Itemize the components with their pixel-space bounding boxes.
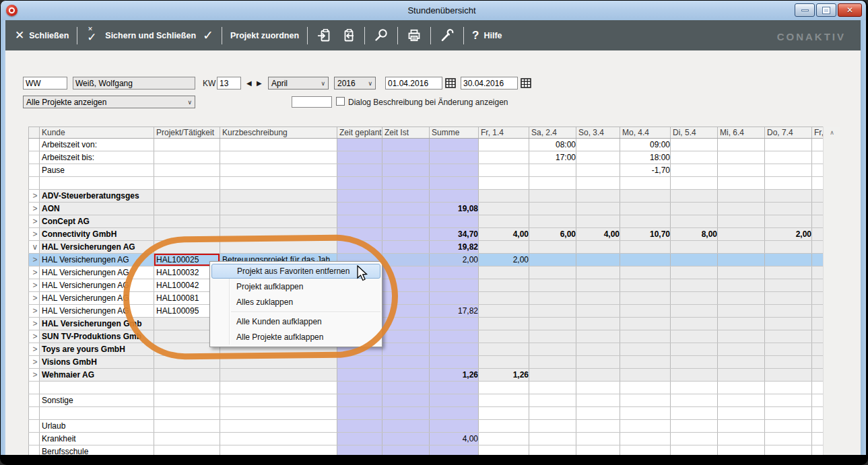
cell-kunde[interactable]: Wehmaier AG <box>40 369 154 382</box>
cell-projekt[interactable] <box>154 151 220 164</box>
cell-day[interactable] <box>812 420 824 433</box>
cell-zeit-ist[interactable] <box>382 177 430 190</box>
cell-day[interactable] <box>479 139 529 151</box>
cell-kurzbeschreibung[interactable] <box>220 215 337 228</box>
cell-day[interactable] <box>529 407 576 420</box>
cell-day[interactable] <box>479 164 529 177</box>
cell-day[interactable] <box>529 292 576 305</box>
row-expander[interactable] <box>29 394 40 407</box>
scroll-up-button[interactable]: ∧ <box>824 127 840 138</box>
cell-day[interactable] <box>765 407 812 420</box>
cell-day[interactable] <box>576 266 620 279</box>
cell-day[interactable] <box>671 177 718 190</box>
cell-day[interactable] <box>671 433 718 445</box>
cell-kurzbeschreibung[interactable] <box>220 407 337 420</box>
cell-kunde[interactable] <box>40 382 154 394</box>
year-select[interactable]: 2016 ∨ <box>334 77 376 90</box>
date-to-input[interactable] <box>461 77 518 90</box>
cell-zeit-geplant[interactable] <box>337 164 382 177</box>
cell-day[interactable] <box>765 177 812 190</box>
cell-zeit-ist[interactable] <box>382 330 430 343</box>
cell-day[interactable] <box>576 433 620 445</box>
cell-day[interactable] <box>671 215 718 228</box>
month-select[interactable]: April ∨ <box>268 77 329 90</box>
cell-zeit-ist[interactable] <box>382 203 430 215</box>
row-expander[interactable]: > <box>29 190 40 203</box>
cell-day[interactable] <box>765 394 812 407</box>
cell-zeit-ist[interactable] <box>382 369 430 382</box>
description-input[interactable] <box>292 96 332 108</box>
cell-zeit-geplant[interactable] <box>337 369 382 382</box>
row-expander[interactable]: > <box>29 266 40 279</box>
cell-kurzbeschreibung[interactable] <box>220 369 337 382</box>
cell-day[interactable]: 09:00 <box>620 139 671 151</box>
cell-zeit-geplant[interactable] <box>337 203 382 215</box>
cell-day[interactable] <box>576 382 620 394</box>
cell-kunde[interactable]: Sonstige <box>40 394 154 407</box>
cell-day[interactable] <box>576 254 620 266</box>
cell-day[interactable] <box>529 356 576 369</box>
row-expander[interactable] <box>29 139 40 151</box>
cell-zeit-geplant[interactable] <box>337 407 382 420</box>
cell-day[interactable] <box>812 151 824 164</box>
row-expander[interactable]: ∨ <box>29 241 40 254</box>
cell-day[interactable] <box>812 139 824 151</box>
row-expander[interactable] <box>29 433 40 445</box>
cell-kunde[interactable]: Arbeitszeit bis: <box>40 151 154 164</box>
cell-day[interactable] <box>812 343 824 356</box>
cell-day[interactable] <box>479 190 529 203</box>
cell-day[interactable] <box>671 254 718 266</box>
cell-day[interactable] <box>671 241 718 254</box>
dialog-description-checkbox[interactable] <box>336 97 345 106</box>
cell-day[interactable] <box>529 420 576 433</box>
cell-day[interactable] <box>812 369 824 382</box>
cell-summe[interactable] <box>430 151 479 164</box>
cell-day[interactable] <box>620 318 671 330</box>
cell-day[interactable] <box>620 241 671 254</box>
cell-day[interactable] <box>620 394 671 407</box>
help-button[interactable]: ? Hilfe <box>472 29 502 42</box>
cell-summe[interactable] <box>430 279 479 292</box>
cell-day[interactable] <box>718 318 765 330</box>
cell-projekt[interactable] <box>154 420 220 433</box>
cell-kurzbeschreibung[interactable] <box>220 433 337 445</box>
cell-day[interactable] <box>718 356 765 369</box>
cell-day[interactable] <box>718 305 765 318</box>
search-button[interactable] <box>373 28 389 44</box>
row-expander[interactable] <box>29 151 40 164</box>
cell-projekt[interactable] <box>154 164 220 177</box>
cell-zeit-ist[interactable] <box>382 164 430 177</box>
row-expander[interactable]: > <box>29 215 40 228</box>
cell-day[interactable] <box>718 330 765 343</box>
cell-kurzbeschreibung[interactable] <box>220 394 337 407</box>
cell-zeit-geplant[interactable] <box>337 445 382 456</box>
cell-day[interactable] <box>576 330 620 343</box>
cell-day[interactable] <box>576 420 620 433</box>
cell-day[interactable]: 2,00 <box>765 228 812 241</box>
cell-day[interactable] <box>718 203 765 215</box>
cell-day[interactable]: 17:00 <box>529 151 576 164</box>
cell-summe[interactable] <box>430 190 479 203</box>
cell-day[interactable] <box>812 394 824 407</box>
cell-day[interactable] <box>718 407 765 420</box>
cell-day[interactable] <box>671 190 718 203</box>
cell-zeit-geplant[interactable] <box>337 433 382 445</box>
cell-zeit-ist[interactable] <box>382 382 430 394</box>
cell-day[interactable] <box>718 139 765 151</box>
cell-summe[interactable] <box>430 420 479 433</box>
cell-day[interactable] <box>479 420 529 433</box>
cell-kurzbeschreibung[interactable] <box>220 420 337 433</box>
cell-day[interactable] <box>765 420 812 433</box>
row-expander[interactable] <box>29 420 40 433</box>
cell-summe[interactable]: 19,82 <box>430 241 479 254</box>
row-expander[interactable]: > <box>29 318 40 330</box>
cell-day[interactable] <box>620 356 671 369</box>
previous-week-button[interactable]: ◀ <box>246 79 252 87</box>
cell-day[interactable] <box>620 177 671 190</box>
cell-day[interactable] <box>479 151 529 164</box>
cell-day[interactable] <box>671 266 718 279</box>
cell-day[interactable] <box>718 177 765 190</box>
cell-day[interactable] <box>765 330 812 343</box>
cell-day[interactable] <box>479 445 529 456</box>
cell-zeit-ist[interactable] <box>382 139 430 151</box>
